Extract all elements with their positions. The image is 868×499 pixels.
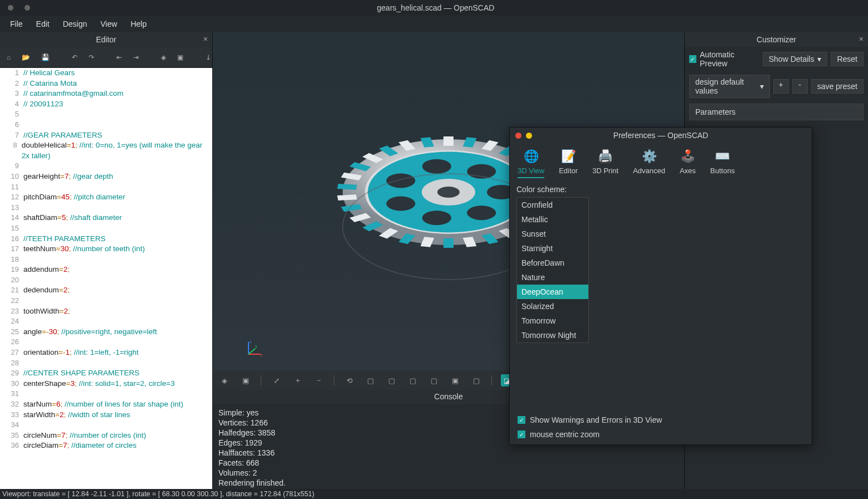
joystick-icon: 🕹️ xyxy=(680,149,695,164)
parameters-header[interactable]: Parameters xyxy=(689,104,864,120)
code-line[interactable]: 32starNum=6; //number of lines for star … xyxy=(0,399,212,410)
scheme-item[interactable]: Cornfield xyxy=(517,198,588,212)
code-line[interactable]: 12pitchDiam=45; //pitch diameter xyxy=(0,192,212,203)
close-icon[interactable]: × xyxy=(203,35,208,43)
code-line[interactable]: 1// Helical Gears xyxy=(0,68,212,79)
indent-icon[interactable]: ⇥ xyxy=(133,53,139,62)
code-line[interactable]: 31 xyxy=(0,389,212,399)
scheme-item[interactable]: DeepOcean xyxy=(517,285,588,299)
menu-edit[interactable]: Edit xyxy=(30,16,56,32)
render-icon[interactable]: ▣ xyxy=(177,53,183,62)
color-scheme-list[interactable]: CornfieldMetallicSunsetStarnightBeforeDa… xyxy=(516,197,589,343)
tab-3dview[interactable]: 🌐3D View xyxy=(518,149,544,178)
code-line[interactable]: 16//TEETH PARAMETERS xyxy=(0,234,212,244)
code-line[interactable]: 11 xyxy=(0,182,212,193)
tab-advanced[interactable]: ⚙️Advanced xyxy=(633,149,665,178)
tab-3dprint[interactable]: 🖨️3D Print xyxy=(592,149,618,178)
view-back-icon[interactable]: ▢ xyxy=(470,374,482,387)
code-line[interactable]: 6 xyxy=(0,120,212,130)
menu-file[interactable]: File xyxy=(3,16,30,32)
tab-axes[interactable]: 🕹️Axes xyxy=(680,149,696,178)
scheme-item[interactable]: Tomorrow Night xyxy=(517,328,588,343)
menu-design[interactable]: Design xyxy=(56,16,94,32)
code-line[interactable]: 3// catarinamfmota@gmail.com xyxy=(0,89,212,99)
code-line[interactable]: 9 xyxy=(0,161,212,172)
scheme-item[interactable]: Nature xyxy=(517,270,588,285)
code-line[interactable]: 30centerShape=3; //int: solid=1, star=2,… xyxy=(0,379,212,389)
close-icon[interactable]: × xyxy=(859,35,864,43)
code-line[interactable]: 34 xyxy=(0,420,212,430)
code-line[interactable]: 17teethNum=30; //number of teeth (int) xyxy=(0,244,212,255)
code-editor[interactable]: 1// Helical Gears2// Catarina Mota3// ca… xyxy=(0,68,212,489)
unindent-icon[interactable]: ⇤ xyxy=(116,53,122,62)
preview-icon[interactable]: ◈ xyxy=(161,53,166,62)
code-line[interactable]: 14shaftDiam=5; //shaft diameter xyxy=(0,213,212,223)
preview-icon[interactable]: ◈ xyxy=(218,374,231,387)
code-line[interactable]: 29//CENTER SHAPE PARAMETERS xyxy=(0,368,212,379)
save-icon[interactable]: 💾 xyxy=(41,53,50,62)
code-line[interactable]: 27orientation=-1; //int: 1=left, -1=righ… xyxy=(0,348,212,358)
scheme-item[interactable]: Starnight xyxy=(517,241,588,256)
scheme-item[interactable]: BeforeDawn xyxy=(517,256,588,270)
code-line[interactable]: 2// Catarina Mota xyxy=(0,79,212,89)
code-line[interactable]: 22 xyxy=(0,296,212,306)
code-line[interactable]: 18 xyxy=(0,255,212,265)
tab-editor[interactable]: 📝Editor xyxy=(559,149,578,178)
window-control-dot[interactable] xyxy=(25,5,30,11)
export-icon[interactable]: ⤓ xyxy=(206,53,211,62)
zoom-out-icon[interactable]: － xyxy=(313,374,325,387)
code-line[interactable]: 4// 20091123 xyxy=(0,99,212,110)
remove-preset-button[interactable]: - xyxy=(792,79,808,94)
menu-view[interactable]: View xyxy=(94,16,124,32)
code-line[interactable]: 13 xyxy=(0,203,212,213)
scheme-item[interactable]: Solarized xyxy=(517,299,588,314)
code-line[interactable]: 21dedendum=2; xyxy=(0,285,212,296)
code-line[interactable]: 35circleNum=7; //number of circles (int) xyxy=(0,430,212,441)
show-details-dropdown[interactable]: Show Details▾ xyxy=(763,52,828,66)
preset-dropdown[interactable]: design default values▾ xyxy=(689,75,770,98)
reset-button[interactable]: Reset xyxy=(831,52,864,66)
new-icon[interactable]: ⌂ xyxy=(7,53,11,62)
code-line[interactable]: 5 xyxy=(0,109,212,120)
view-front-icon[interactable]: ▣ xyxy=(449,374,461,387)
auto-preview-checkbox[interactable]: ✓ xyxy=(689,55,696,63)
zoom-all-icon[interactable]: ⤢ xyxy=(270,374,282,387)
code-line[interactable]: 20 xyxy=(0,275,212,286)
save-preset-button[interactable]: save preset xyxy=(811,79,864,94)
code-line[interactable]: 25angle=-30; //positive=right, negative=… xyxy=(0,327,212,337)
open-icon[interactable]: 📂 xyxy=(22,53,30,62)
code-line[interactable]: 23toothWidth=2; xyxy=(0,306,212,317)
view-top-icon[interactable]: ▢ xyxy=(386,374,398,387)
code-line[interactable]: 24 xyxy=(0,316,212,327)
close-icon[interactable] xyxy=(515,133,521,139)
view-bottom-icon[interactable]: ▢ xyxy=(407,374,419,387)
zoom-in-icon[interactable]: ＋ xyxy=(291,374,304,387)
code-line[interactable]: 7//GEAR PARAMETERS xyxy=(0,130,212,141)
add-preset-button[interactable]: + xyxy=(773,79,789,94)
svg-text:y: y xyxy=(255,344,257,349)
code-line[interactable]: 19addendum=2; xyxy=(0,265,212,275)
code-line[interactable]: 28 xyxy=(0,358,212,369)
code-line[interactable]: 8doubleHelical=1; //int: 0=no, 1=yes (wi… xyxy=(0,140,212,161)
code-line[interactable]: 36circleDiam=7; //diameter of circles xyxy=(0,441,212,451)
minimize-icon[interactable] xyxy=(526,133,532,139)
show-warnings-checkbox[interactable]: ✓ xyxy=(518,416,525,424)
redo-icon[interactable]: ↷ xyxy=(89,53,94,62)
code-line[interactable]: 10gearHeight=7; //gear depth xyxy=(0,172,212,182)
mouse-zoom-checkbox[interactable]: ✓ xyxy=(518,430,525,438)
code-line[interactable]: 33starWidth=2; //width of star lines xyxy=(0,410,212,420)
reset-view-icon[interactable]: ⟲ xyxy=(343,374,355,387)
window-control-dot[interactable] xyxy=(8,5,13,11)
scheme-item[interactable]: Metallic xyxy=(517,212,588,227)
view-left-icon[interactable]: ▢ xyxy=(428,374,440,387)
view-right-icon[interactable]: ▢ xyxy=(364,374,377,387)
scheme-item[interactable]: Tomorrow xyxy=(517,314,588,328)
menu-help[interactable]: Help xyxy=(124,16,153,32)
tab-buttons[interactable]: ⌨️Buttons xyxy=(710,149,735,178)
preferences-titlebar[interactable]: Preferences — OpenSCAD xyxy=(510,128,812,143)
render-icon[interactable]: ▣ xyxy=(240,374,252,387)
code-line[interactable]: 26 xyxy=(0,337,212,348)
undo-icon[interactable]: ↶ xyxy=(72,53,77,62)
code-line[interactable]: 15 xyxy=(0,223,212,234)
scheme-item[interactable]: Sunset xyxy=(517,227,588,241)
